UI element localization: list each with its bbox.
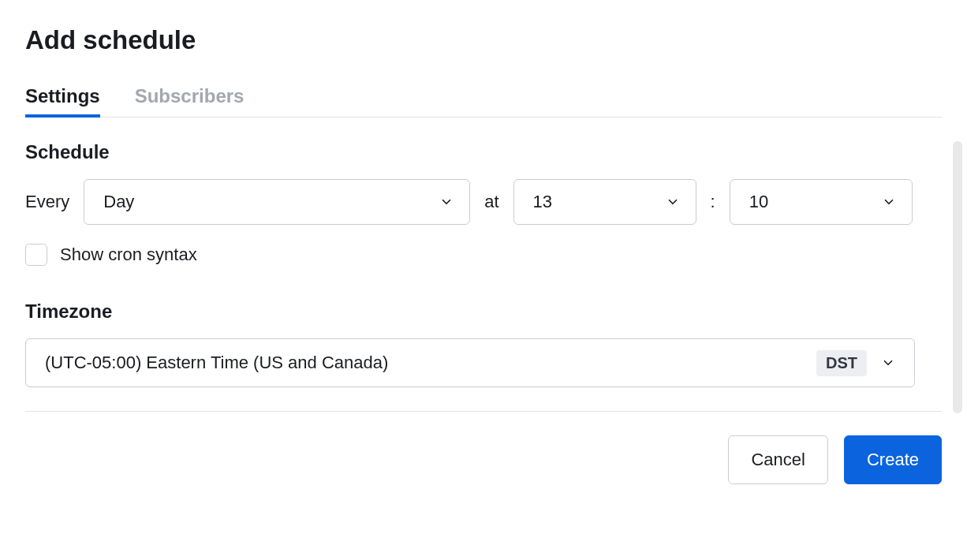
hour-select[interactable]: 13	[513, 179, 696, 225]
schedule-heading: Schedule	[25, 141, 942, 163]
every-label: Every	[25, 192, 69, 212]
chevron-down-icon	[882, 195, 896, 209]
tab-settings[interactable]: Settings	[25, 85, 100, 117]
cron-checkbox-label: Show cron syntax	[60, 245, 197, 265]
footer-divider	[25, 411, 942, 412]
scrollbar[interactable]	[953, 141, 962, 413]
chevron-down-icon	[666, 195, 680, 209]
timezone-select[interactable]: (UTC-05:00) Eastern Time (US and Canada)…	[25, 338, 915, 387]
tab-subscribers[interactable]: Subscribers	[135, 85, 245, 117]
minute-value: 10	[749, 192, 768, 212]
dialog-container: Add schedule Settings Subscribers Schedu…	[25, 25, 942, 484]
minute-select[interactable]: 10	[730, 179, 913, 225]
frequency-select[interactable]: Day	[84, 179, 470, 225]
time-separator: :	[711, 192, 715, 212]
schedule-row: Every Day at 13 : 10	[25, 179, 942, 225]
hour-value: 13	[533, 192, 552, 212]
cron-checkbox-row: Show cron syntax	[25, 244, 942, 266]
at-label: at	[484, 192, 498, 212]
chevron-down-icon	[881, 356, 895, 370]
content-area: Schedule Every Day at 13 : 10	[25, 141, 942, 387]
footer-actions: Cancel Create	[25, 435, 942, 484]
dst-badge: DST	[816, 350, 867, 376]
page-title: Add schedule	[25, 25, 942, 55]
create-button[interactable]: Create	[844, 435, 942, 484]
cancel-button[interactable]: Cancel	[728, 435, 827, 484]
tabs: Settings Subscribers	[25, 85, 942, 118]
timezone-value: (UTC-05:00) Eastern Time (US and Canada)	[45, 353, 388, 373]
cron-checkbox[interactable]	[25, 244, 47, 266]
timezone-right: DST	[816, 350, 895, 376]
chevron-down-icon	[439, 195, 454, 209]
timezone-heading: Timezone	[25, 301, 942, 323]
frequency-value: Day	[103, 192, 134, 212]
